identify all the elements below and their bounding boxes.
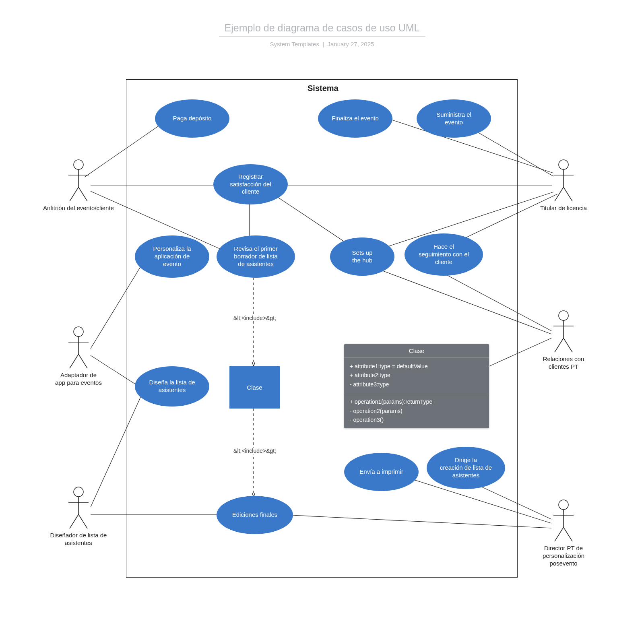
actor-director[interactable] [551,499,576,551]
svg-line-40 [555,187,564,201]
usecase-register-satisfaction[interactable]: Registrarsatisfacción delcliente [213,164,288,204]
system-boundary [126,79,518,578]
usecase-pay-deposit[interactable]: Paga depósito [155,99,229,138]
svg-point-22 [74,160,83,169]
svg-point-42 [559,311,568,320]
svg-line-26 [78,187,87,201]
uml-class-operations: + operation1(params):returnType - operat… [344,393,489,428]
svg-line-45 [555,338,564,352]
actor-licensee[interactable] [551,159,576,211]
uml-class-attributes: + attribute1:type = defaultValue + attri… [344,358,489,393]
actor-director-label: Director PT depersonalizaciónposevento [523,545,604,567]
usecase-supply-event[interactable]: Suministra elevento [417,99,491,138]
svg-point-27 [74,327,83,336]
svg-line-36 [78,514,87,528]
usecase-review-draft[interactable]: Revisa el primerborrador de listade asis… [217,235,295,278]
uml-class-title: Clase [344,344,489,358]
uml-op: + operation1(params):returnType [350,397,483,406]
actor-crm[interactable] [551,310,576,362]
svg-line-35 [70,514,78,528]
usecase-follow-up[interactable]: Hace elseguimiento con elcliente [405,233,483,276]
svg-line-41 [564,187,572,201]
include-label: &lt;<include>&gt; [233,448,277,454]
uml-op: - operation2(params) [350,407,483,415]
usecase-customize-app[interactable]: Personaliza laaplicación deevento [135,235,209,278]
system-title: Sistema [308,84,339,93]
uml-class-box[interactable]: Clase + attribute1:type = defaultValue +… [344,344,489,428]
actor-adapter[interactable] [66,326,91,378]
usecase-setup-hub[interactable]: Sets upthe hub [330,237,394,276]
actor-crm-label: Relaciones conclientes PT [523,355,604,371]
svg-line-31 [78,354,87,368]
svg-line-51 [564,527,572,541]
actor-licensee-label: Titular de licencia [523,204,604,212]
actor-designer[interactable] [66,486,91,539]
svg-line-50 [555,527,564,541]
diagram-canvas: Sistema Paga depósito Finaliza el evento… [0,0,644,644]
uml-attr: - attribute3:type [350,380,483,389]
svg-point-47 [559,500,568,510]
usecase-design-list[interactable]: Diseña la lista deasistentes [135,366,209,407]
svg-point-37 [559,160,568,169]
class-node[interactable]: Clase [229,366,280,409]
actor-host-label: Anfitrión del evento/cliente [30,204,127,212]
uml-attr: + attribute1:type = defaultValue [350,362,483,371]
usecase-send-print[interactable]: Envía a imprimir [344,453,419,491]
svg-point-32 [74,487,83,497]
actor-designer-label: Diseñador de lista deasistentes [30,532,127,547]
usecase-finalize-event[interactable]: Finaliza el evento [318,99,392,138]
usecase-final-editions[interactable]: Ediciones finales [217,496,293,534]
include-label: &lt;<include>&gt; [233,315,277,321]
svg-line-30 [70,354,78,368]
usecase-direct-creation[interactable]: Dirige lacreación de lista deasistentes [427,447,505,489]
actor-host[interactable] [66,159,91,211]
svg-line-46 [564,338,572,352]
uml-attr: + attribute2:type [350,371,483,380]
svg-line-25 [70,187,78,201]
actor-adapter-label: Adaptador deapp para eventos [34,372,123,387]
uml-op: - operation3() [350,415,483,424]
